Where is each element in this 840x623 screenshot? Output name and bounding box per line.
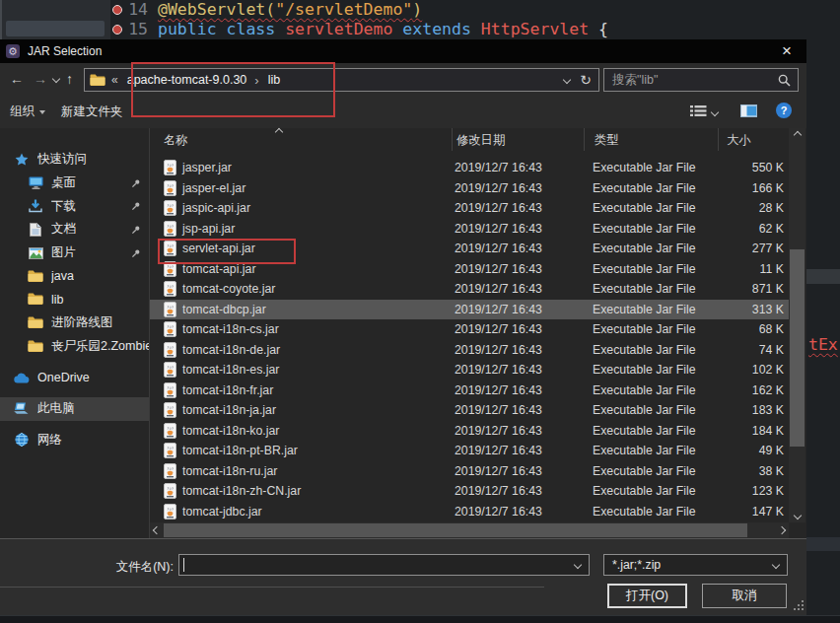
table-row[interactable]: servlet-api.jar 2019/12/7 16:43 Executab… bbox=[150, 239, 789, 259]
recent-locations-icon[interactable] bbox=[52, 75, 60, 83]
back-icon[interactable]: ← bbox=[10, 70, 24, 88]
search-input[interactable]: 搜索"lib" bbox=[603, 68, 799, 92]
table-row[interactable]: tomcat-i18n-cs.jar 2019/12/7 16:43 Execu… bbox=[150, 319, 789, 340]
filter-dropdown-icon[interactable] bbox=[772, 561, 780, 569]
table-row[interactable]: tomcat-dbcp.jar 2019/12/7 16:43 Executab… bbox=[150, 300, 789, 320]
new-folder-button[interactable]: 新建文件夹 bbox=[61, 104, 123, 120]
folder-icon bbox=[27, 270, 44, 283]
file-name: tomcat-dbcp.jar bbox=[182, 303, 266, 316]
ide-panel-item bbox=[6, 21, 105, 36]
vertical-scrollbar[interactable] bbox=[789, 128, 805, 522]
help-icon[interactable]: ? bbox=[776, 103, 792, 118]
sidebar-item-OneDrive[interactable]: OneDrive bbox=[0, 366, 149, 389]
jar-icon bbox=[163, 302, 176, 317]
table-row[interactable]: tomcat-i18n-es.jar 2019/12/7 16:43 Execu… bbox=[150, 360, 789, 381]
address-dropdown-icon[interactable] bbox=[563, 76, 571, 84]
folder-icon bbox=[27, 340, 44, 353]
column-header-type[interactable]: 类型 bbox=[595, 132, 619, 149]
table-row[interactable]: tomcat-i18n-fr.jar 2019/12/7 16:43 Execu… bbox=[150, 381, 789, 401]
sidebar-item-进阶路线图[interactable]: 进阶路线图 bbox=[0, 312, 149, 335]
forward-icon[interactable]: → bbox=[34, 70, 47, 88]
sidebar-item-label: 网络 bbox=[37, 432, 62, 449]
file-type: Executable Jar File bbox=[593, 201, 696, 215]
dialog-titlebar[interactable]: ⚙ JAR Selection × bbox=[0, 39, 806, 63]
table-row[interactable]: tomcat-i18n-ko.jar 2019/12/7 16:43 Execu… bbox=[150, 421, 789, 442]
address-bar[interactable]: « apache-tomcat-9.0.30 › lib ↻ bbox=[84, 68, 599, 92]
open-button[interactable]: 打开(O) bbox=[607, 584, 687, 608]
scroll-right-icon[interactable] bbox=[775, 522, 789, 538]
sidebar-item-桌面[interactable]: 桌面 bbox=[0, 172, 149, 195]
filetype-filter-select[interactable]: *.jar;*.zip bbox=[603, 554, 788, 576]
table-row[interactable]: tomcat-i18n-zh-CN.jar 2019/12/7 16:43 Ex… bbox=[150, 481, 789, 502]
scroll-left-icon[interactable] bbox=[150, 522, 164, 538]
file-date: 2019/12/7 16:43 bbox=[455, 505, 542, 519]
file-type: Executable Jar File bbox=[593, 282, 696, 296]
search-icon[interactable] bbox=[778, 74, 791, 87]
dialog-main: 快速访问 桌面 下载 文档 图片 java lib 进阶路线图 丧尸乐园2.Zo… bbox=[0, 128, 806, 538]
gutter-icon bbox=[112, 25, 122, 35]
organize-button[interactable]: 组织 bbox=[10, 104, 45, 120]
sidebar-item-java[interactable]: java bbox=[0, 264, 149, 288]
preview-pane-icon[interactable] bbox=[740, 104, 757, 117]
document-icon bbox=[27, 223, 44, 237]
download-icon bbox=[27, 199, 44, 213]
table-row[interactable]: tomcat-api.jar 2019/12/7 16:43 Executabl… bbox=[150, 259, 789, 280]
sidebar-item-图片[interactable]: 图片 bbox=[0, 242, 149, 265]
file-name: tomcat-i18n-de.jar bbox=[182, 343, 280, 357]
sidebar-item-此电脑[interactable]: 此电脑 bbox=[0, 397, 149, 421]
close-icon[interactable]: × bbox=[775, 40, 799, 62]
table-row[interactable]: tomcat-coyote.jar 2019/12/7 16:43 Execut… bbox=[150, 279, 789, 300]
table-row[interactable]: jsp-api.jar 2019/12/7 16:43 Executable J… bbox=[150, 219, 789, 240]
sidebar-item-label: 快速访问 bbox=[37, 151, 87, 168]
table-row[interactable]: tomcat-i18n-pt-BR.jar 2019/12/7 16:43 Ex… bbox=[150, 441, 789, 461]
sidebar-item-文档[interactable]: 文档 bbox=[0, 218, 149, 242]
breadcrumb-segment-tomcat[interactable]: apache-tomcat-9.0.30 bbox=[127, 73, 247, 87]
column-header-name[interactable]: 名称 bbox=[164, 132, 188, 149]
code-fragment: tEx bbox=[808, 335, 838, 354]
sidebar-item-下载[interactable]: 下载 bbox=[0, 194, 149, 218]
refresh-icon[interactable]: ↻ bbox=[580, 72, 592, 88]
jar-icon bbox=[163, 241, 176, 256]
breadcrumb-segment-lib[interactable]: lib bbox=[268, 73, 281, 87]
details-view-icon[interactable] bbox=[690, 104, 707, 117]
table-row[interactable]: tomcat-jdbc.jar 2019/12/7 16:43 Executab… bbox=[150, 502, 789, 522]
scroll-up-icon[interactable] bbox=[789, 128, 805, 142]
table-row[interactable]: jasper-el.jar 2019/12/7 16:43 Executable… bbox=[150, 178, 789, 199]
resize-grip-icon[interactable] bbox=[794, 600, 804, 610]
file-size: 102 K bbox=[682, 363, 784, 377]
table-row[interactable]: tomcat-i18n-de.jar 2019/12/7 16:43 Execu… bbox=[150, 340, 789, 361]
scroll-down-icon[interactable] bbox=[789, 509, 805, 522]
horizontal-scrollbar[interactable] bbox=[150, 522, 789, 538]
filename-dropdown-icon[interactable] bbox=[574, 561, 582, 569]
sidebar-item-网络[interactable]: 网络 bbox=[0, 429, 149, 452]
cancel-button[interactable]: 取消 bbox=[702, 584, 787, 608]
ide-status-strip bbox=[0, 615, 840, 623]
file-size: 162 K bbox=[682, 383, 784, 397]
sidebar-item-丧尸乐园2.Zombiel[interactable]: 丧尸乐园2.Zombiel bbox=[0, 335, 149, 359]
table-row[interactable]: tomcat-i18n-ru.jar 2019/12/7 16:43 Execu… bbox=[150, 461, 789, 482]
search-placeholder: 搜索"lib" bbox=[612, 72, 658, 89]
file-name: tomcat-coyote.jar bbox=[182, 282, 275, 296]
file-size: 62 K bbox=[682, 222, 784, 236]
sidebar-item-快速访问[interactable]: 快速访问 bbox=[0, 148, 149, 172]
ide-editor-background: 14@WebServlet("/servletDemo")15public cl… bbox=[0, 0, 840, 39]
column-header-size[interactable]: 大小 bbox=[727, 132, 751, 149]
table-row[interactable]: tomcat-i18n-ja.jar 2019/12/7 16:43 Execu… bbox=[150, 400, 789, 421]
up-icon[interactable]: ↑ bbox=[66, 70, 73, 88]
breadcrumb-overflow[interactable]: « bbox=[111, 73, 118, 87]
sidebar-item-lib[interactable]: lib bbox=[0, 288, 149, 312]
file-name: jaspic-api.jar bbox=[182, 201, 250, 215]
gear-icon: ⚙ bbox=[6, 44, 20, 58]
file-type: Executable Jar File bbox=[593, 242, 696, 255]
vertical-scrollbar-thumb[interactable] bbox=[790, 249, 805, 447]
file-name: tomcat-i18n-ko.jar bbox=[182, 424, 279, 438]
column-header-date[interactable]: 修改日期 bbox=[456, 132, 505, 149]
table-row[interactable]: jaspic-api.jar 2019/12/7 16:43 Executabl… bbox=[150, 198, 789, 219]
cloud-icon bbox=[13, 373, 31, 383]
sidebar-item-label: 下载 bbox=[51, 198, 76, 215]
table-row[interactable]: jasper.jar 2019/12/7 16:43 Executable Ja… bbox=[150, 158, 789, 178]
file-name: tomcat-i18n-fr.jar bbox=[182, 383, 273, 397]
filename-input[interactable] bbox=[178, 554, 590, 576]
view-options-icon[interactable] bbox=[711, 108, 719, 116]
horizontal-scrollbar-thumb[interactable] bbox=[164, 523, 747, 537]
